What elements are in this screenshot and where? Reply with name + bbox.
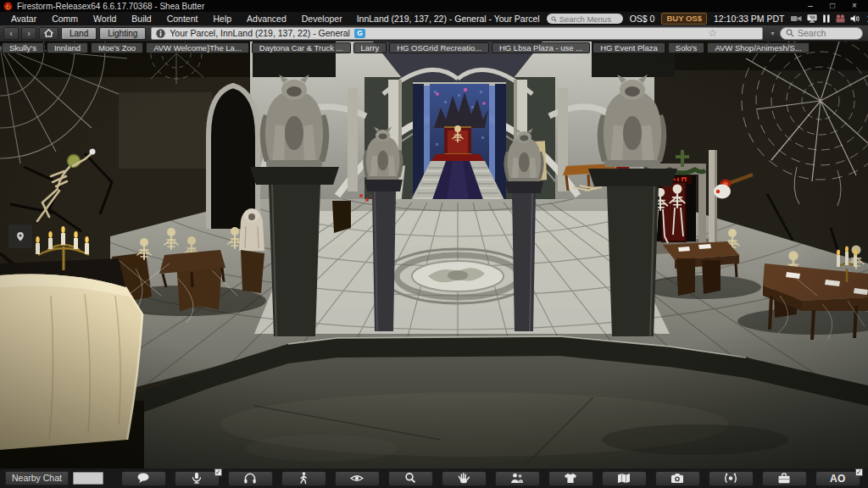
lighting-button[interactable]: Lighting xyxy=(99,27,146,40)
voice-checkbox[interactable]: ✓ xyxy=(214,469,222,476)
info-icon[interactable] xyxy=(156,29,165,38)
maturity-badge: G xyxy=(354,29,365,38)
magnifier-icon xyxy=(403,472,418,485)
favorite-tab[interactable]: HG Event Plaza xyxy=(593,42,665,53)
headphones-icon xyxy=(242,472,258,485)
favorites-dropdown-caret[interactable]: ▼ xyxy=(768,30,777,36)
briefcase-icon xyxy=(776,472,792,485)
eye-icon xyxy=(349,472,364,485)
menubar-location-label: InnLand (219, 137, 22) - General - Your … xyxy=(350,14,547,24)
viewport-container: Skully's Innland Moe's Zoo AVW Welcome}T… xyxy=(0,42,868,469)
speaker-icon xyxy=(850,14,860,23)
forward-button[interactable]: › xyxy=(21,27,36,40)
search-icon xyxy=(786,29,794,37)
maximize-button[interactable]: □ xyxy=(822,0,843,12)
world-orbit-button[interactable] xyxy=(709,471,754,486)
favorite-star-icon[interactable]: ☆ xyxy=(708,28,758,38)
ao-label: AO xyxy=(830,473,846,485)
menu-bar: Avatar Comm World Build Content Help Adv… xyxy=(0,12,868,25)
shirt-icon xyxy=(563,472,578,485)
video-camera-icon xyxy=(791,14,802,23)
navigation-bar: ‹ › Land Lighting Your Parcel, InnLand (… xyxy=(0,25,868,42)
map-icon xyxy=(616,472,632,485)
bottom-toolbar: Nearby Chat ✓ xyxy=(0,469,868,488)
conversations-button[interactable] xyxy=(121,471,166,486)
menu-content[interactable]: Content xyxy=(159,12,206,25)
window-title-bar: Firestorm-Releasex64 6.6.17.70368 - Shea… xyxy=(0,0,868,12)
inventory-button[interactable] xyxy=(762,471,807,486)
favorite-tab[interactable]: HG Lbsa Plaza - use ... xyxy=(492,42,590,53)
favorites-bar: Skully's Innland Moe's Zoo AVW Welcome}T… xyxy=(0,42,868,53)
favorite-tab[interactable]: Daytona Car & Truck ... xyxy=(252,42,351,53)
land-button[interactable]: Land xyxy=(61,27,97,40)
speech-bubble-icon xyxy=(136,472,151,485)
address-text: Your Parcel, InnLand (219, 137, 22) - Ge… xyxy=(170,28,350,38)
nearby-chat-button[interactable]: Nearby Chat xyxy=(5,471,69,485)
world-search-field[interactable] xyxy=(780,27,863,40)
favorite-tab[interactable]: Solo's xyxy=(668,42,705,53)
buy-currency-button[interactable]: BUY OS$ xyxy=(661,13,707,25)
chat-input[interactable] xyxy=(73,472,103,485)
home-button[interactable] xyxy=(39,27,58,40)
world-viewport[interactable] xyxy=(0,42,868,469)
microphone-icon xyxy=(189,472,204,485)
menu-developer[interactable]: Developer xyxy=(294,12,350,25)
search-menus-input[interactable] xyxy=(559,14,619,24)
camera-controls-button[interactable] xyxy=(335,471,380,486)
favorite-tab[interactable]: AVW Shop/Animesh/S... xyxy=(707,42,809,53)
people-button[interactable] xyxy=(495,471,540,486)
favorite-tab[interactable]: Innland xyxy=(47,42,88,53)
search-menus-field[interactable] xyxy=(547,14,623,24)
home-icon xyxy=(43,28,54,38)
pause-icon xyxy=(822,14,831,23)
world-search-input[interactable] xyxy=(798,28,857,38)
menu-build[interactable]: Build xyxy=(124,12,159,25)
movement-button[interactable] xyxy=(281,471,326,486)
ao-checkbox[interactable]: ✓ xyxy=(855,469,863,476)
close-button[interactable]: × xyxy=(844,0,865,12)
clock-label: 12:10:33 PM PDT xyxy=(714,14,784,24)
walk-icon xyxy=(296,472,311,485)
monitor-icon xyxy=(807,14,817,23)
favorite-tab[interactable]: Skully's xyxy=(2,42,44,53)
minimize-button[interactable]: – xyxy=(800,0,821,12)
search-button[interactable] xyxy=(388,471,433,486)
vignette-overlay xyxy=(0,42,868,469)
gestures-button[interactable] xyxy=(442,471,487,486)
menu-advanced[interactable]: Advanced xyxy=(239,12,294,25)
window-title: Firestorm-Releasex64 6.6.17.70368 - Shea… xyxy=(17,2,204,11)
favorite-tab[interactable]: Moe's Zoo xyxy=(91,42,143,53)
firestorm-logo-icon xyxy=(3,2,13,11)
menu-help[interactable]: Help xyxy=(205,12,239,25)
search-icon xyxy=(551,15,557,23)
camera-icon xyxy=(670,472,685,485)
people-icon xyxy=(509,472,525,485)
outfits-button[interactable] xyxy=(548,471,593,486)
voice-settings-button[interactable] xyxy=(228,471,273,486)
map-pin-button[interactable] xyxy=(8,225,32,248)
gesture-hand-icon xyxy=(456,472,471,485)
map-button[interactable] xyxy=(602,471,647,486)
movie-camera-icon xyxy=(836,14,845,23)
favorite-tab[interactable]: Larry xyxy=(353,42,387,53)
orbit-globe-icon xyxy=(723,472,738,485)
menu-world[interactable]: World xyxy=(86,12,124,25)
back-button[interactable]: ‹ xyxy=(3,27,19,40)
menu-comm[interactable]: Comm xyxy=(44,12,86,25)
favorite-tab[interactable]: HG OSGrid Recreatio... xyxy=(389,42,489,53)
location-address-bar[interactable]: Your Parcel, InnLand (219, 137, 22) - Ge… xyxy=(151,27,763,40)
map-pin-icon xyxy=(14,230,26,243)
currency-balance: OS$ 0 xyxy=(630,14,655,24)
voice-mic-button[interactable]: ✓ xyxy=(175,471,220,486)
favorite-tab[interactable]: AVW Welcome}The La... xyxy=(146,42,249,53)
ao-button[interactable]: AO ✓ xyxy=(815,471,860,486)
snapshot-button[interactable] xyxy=(655,471,700,486)
menu-avatar[interactable]: Avatar xyxy=(3,12,44,25)
